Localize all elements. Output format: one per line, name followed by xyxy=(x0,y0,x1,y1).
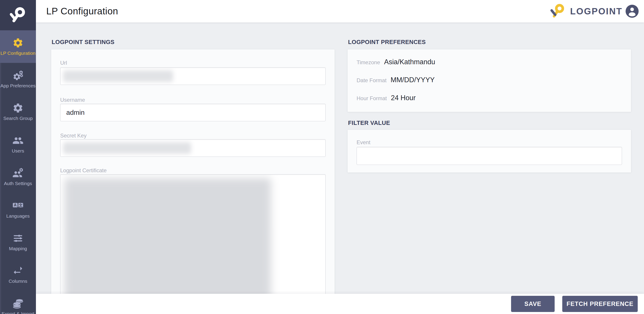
settings-section-title: LOGPOINT SETTINGS xyxy=(52,39,114,46)
user-avatar-icon[interactable] xyxy=(626,5,638,18)
sidebar-item-label: Export & Import xyxy=(2,311,34,314)
sidebar-item-label: Search Group xyxy=(3,116,33,121)
sidebar-item-columns[interactable]: Columns xyxy=(0,258,36,291)
preferences-section-title: LOGPOINT PREFERENCES xyxy=(348,39,426,46)
sidebar-item-label: Users xyxy=(12,148,24,154)
gear-icon xyxy=(12,37,24,48)
sidebar-item-lp-configuration[interactable]: LP Configuration xyxy=(0,30,36,63)
secret-key-input[interactable] xyxy=(60,139,326,157)
sidebar-item-label: App Preferences xyxy=(0,83,36,88)
users-icon xyxy=(12,135,24,146)
sidebar-item-app-preferences[interactable]: App Preferences xyxy=(0,63,36,96)
date-format-label: Date Format xyxy=(356,77,386,84)
sidebar-item-label: Mapping xyxy=(9,246,27,251)
sliders-icon xyxy=(12,233,24,244)
translate-icon xyxy=(12,200,24,211)
sidebar-item-label: Auth Settings xyxy=(4,181,32,186)
sidebar-item-languages[interactable]: Languages xyxy=(0,193,36,226)
gears-icon xyxy=(12,70,24,81)
hour-format-row: Hour Format 24 Hour xyxy=(356,94,416,102)
action-footer: SAVE FETCH PREFERENCE xyxy=(36,294,644,314)
users-gear-icon xyxy=(12,168,24,179)
certificate-value-redacted xyxy=(64,178,271,300)
filter-section-title: FILTER VALUE xyxy=(348,120,390,126)
hour-format-value: 24 Hour xyxy=(391,94,416,102)
url-label: Url xyxy=(60,60,67,66)
url-input[interactable] xyxy=(60,68,326,85)
page-title: LP Configuration xyxy=(46,6,118,16)
logpoint-mark-icon xyxy=(548,3,567,19)
save-button[interactable]: SAVE xyxy=(511,296,555,312)
sidebar-item-auth-settings[interactable]: Auth Settings xyxy=(0,160,36,193)
certificate-label: Logpoint Certificate xyxy=(60,167,107,174)
url-value-redacted xyxy=(63,70,173,82)
preferences-card: Timezone Asia/Kathmandu Date Format MM/D… xyxy=(348,50,631,112)
sidebar: LP Configuration App Preferences Search … xyxy=(0,0,36,314)
top-header: LP Configuration LOGPOINT xyxy=(36,0,644,22)
coins-stack-icon xyxy=(12,298,24,309)
sidebar-item-export-import[interactable]: Export & Import xyxy=(0,291,36,314)
secret-key-label: Secret Key xyxy=(60,132,86,139)
brand-wordmark: LOGPOINT xyxy=(570,6,622,16)
sidebar-item-search-group[interactable]: Search Group xyxy=(0,96,36,128)
sidebar-item-label: LP Configuration xyxy=(0,51,36,56)
fetch-preference-button[interactable]: FETCH PREFERENCE xyxy=(562,296,638,312)
sidebar-logo[interactable] xyxy=(0,0,36,30)
filter-card: Event xyxy=(348,130,631,172)
date-format-row: Date Format MM/DD/YYYY xyxy=(356,76,435,84)
username-input[interactable]: admin xyxy=(60,104,326,121)
hour-format-label: Hour Format xyxy=(356,95,387,102)
gear-icon xyxy=(12,102,24,114)
brand-area: LOGPOINT xyxy=(548,0,638,22)
swap-arrows-icon xyxy=(12,265,24,276)
sidebar-item-users[interactable]: Users xyxy=(0,128,36,160)
sidebar-item-mapping[interactable]: Mapping xyxy=(0,226,36,258)
timezone-row: Timezone Asia/Kathmandu xyxy=(356,58,435,66)
secret-key-value-redacted xyxy=(63,142,191,154)
sidebar-item-label: Languages xyxy=(6,214,30,218)
event-label: Event xyxy=(356,139,370,146)
event-input[interactable] xyxy=(356,147,622,165)
timezone-value: Asia/Kathmandu xyxy=(384,58,435,66)
settings-card: Url Username admin Secret Key Logpoint C… xyxy=(51,50,334,314)
timezone-label: Timezone xyxy=(356,59,380,66)
date-format-value: MM/DD/YYYY xyxy=(390,76,434,84)
sidebar-item-label: Columns xyxy=(9,279,28,284)
username-label: Username xyxy=(60,97,85,103)
logpoint-mark-icon xyxy=(8,6,28,24)
sidebar-nav: LP Configuration App Preferences Search … xyxy=(0,30,36,314)
certificate-textarea[interactable] xyxy=(60,174,326,304)
